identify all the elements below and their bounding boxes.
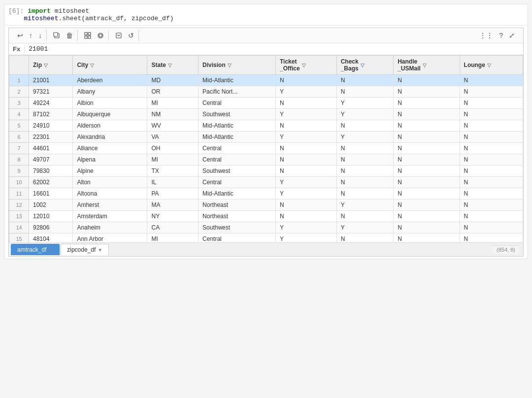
undo-button[interactable]: ↩	[15, 30, 26, 41]
cell-row_num[interactable]: 15	[9, 233, 29, 243]
cell-ticket_office[interactable]: N	[275, 154, 336, 166]
cell-division[interactable]: Central	[199, 98, 276, 109]
cell-lounge[interactable]: N	[460, 211, 523, 222]
cell-check_bags[interactable]: N	[336, 143, 393, 154]
cell-check_bags[interactable]: N	[336, 177, 393, 188]
cell-check_bags[interactable]: N	[336, 166, 393, 177]
refresh-button[interactable]: ↺	[126, 30, 136, 41]
cell-division[interactable]: Northeast	[199, 199, 276, 211]
cell-handle_usmail[interactable]: N	[394, 222, 460, 233]
tab-zipcode-df[interactable]: zipcode_df ▼	[61, 244, 109, 255]
cell-division[interactable]: Central	[199, 154, 276, 166]
cell-city[interactable]: Alton	[73, 177, 147, 188]
grid-button[interactable]: ⋮⋮	[477, 30, 496, 41]
cell-lounge[interactable]: N	[460, 98, 523, 109]
cell-lounge[interactable]: N	[460, 132, 523, 143]
cell-handle_usmail[interactable]: N	[394, 98, 460, 109]
col-header-state[interactable]: State ▽	[147, 56, 199, 75]
merge-button[interactable]	[95, 31, 106, 40]
table-row[interactable]: 487102AlbuquerqueNMSouthwestYYNN	[9, 109, 523, 120]
table-row[interactable]: 349224AlbionMICentralNYNN	[9, 98, 523, 109]
col-header-check-bags[interactable]: Check_Bags ▽	[336, 56, 393, 75]
cell-division[interactable]: Northeast	[199, 211, 276, 222]
cell-zip[interactable]: 22301	[29, 132, 73, 143]
cell-zip[interactable]: 21001	[29, 75, 73, 86]
copy-button[interactable]	[51, 31, 63, 40]
table-row[interactable]: 1062002AltonILCentralYNNN	[9, 177, 523, 188]
cell-state[interactable]: VA	[147, 132, 199, 143]
cell-lounge[interactable]: N	[460, 177, 523, 188]
cell-lounge[interactable]: N	[460, 154, 523, 166]
cell-zip[interactable]: 48104	[29, 233, 73, 243]
cell-row_num[interactable]: 12	[9, 199, 29, 211]
cell-zip[interactable]: 49224	[29, 98, 73, 109]
cell-city[interactable]: Altoona	[73, 188, 147, 199]
cell-state[interactable]: OH	[147, 143, 199, 154]
cell-state[interactable]: NY	[147, 211, 199, 222]
cell-row_num[interactable]: 1	[9, 75, 29, 86]
cell-ticket_office[interactable]: Y	[275, 132, 336, 143]
cell-city[interactable]: Albany	[73, 86, 147, 98]
cell-check_bags[interactable]: N	[336, 233, 393, 243]
cell-row_num[interactable]: 10	[9, 177, 29, 188]
table-row[interactable]: 744601AllianceOHCentralNNNN	[9, 143, 523, 154]
tab-amtrack-dropdown-icon[interactable]: ▼	[48, 247, 53, 253]
cell-lounge[interactable]: N	[460, 143, 523, 154]
cell-zip[interactable]: 16601	[29, 188, 73, 199]
cell-ticket_office[interactable]: N	[275, 120, 336, 132]
cell-city[interactable]: Alexandria	[73, 132, 147, 143]
cell-handle_usmail[interactable]: N	[394, 233, 460, 243]
cell-ticket_office[interactable]: N	[275, 98, 336, 109]
tab-amtrack-df[interactable]: amtrack_df ▼	[11, 244, 60, 255]
cell-row_num[interactable]: 5	[9, 120, 29, 132]
cell-division[interactable]: Central	[199, 177, 276, 188]
cell-handle_usmail[interactable]: N	[394, 132, 460, 143]
cell-state[interactable]: OR	[147, 86, 199, 98]
table-row[interactable]: 849707AlpenaMICentralNNNN	[9, 154, 523, 166]
cell-state[interactable]: CA	[147, 222, 199, 233]
cell-row_num[interactable]: 2	[9, 86, 29, 98]
up-button[interactable]: ↑	[27, 30, 35, 41]
cell-state[interactable]: NM	[147, 109, 199, 120]
export-button[interactable]	[113, 31, 125, 40]
cell-row_num[interactable]: 3	[9, 98, 29, 109]
cell-lounge[interactable]: N	[460, 166, 523, 177]
formula-input[interactable]	[29, 45, 519, 53]
cell-division[interactable]: Pacific Nort...	[199, 86, 276, 98]
filter-icon-handle-usmail[interactable]: ▽	[423, 63, 427, 68]
cell-state[interactable]: IL	[147, 177, 199, 188]
cell-division[interactable]: Southwest	[199, 166, 276, 177]
cell-ticket_office[interactable]: Y	[275, 109, 336, 120]
cell-check_bags[interactable]: N	[336, 188, 393, 199]
cell-division[interactable]: Central	[199, 143, 276, 154]
cell-row_num[interactable]: 11	[9, 188, 29, 199]
cell-ticket_office[interactable]: Y	[275, 177, 336, 188]
cell-city[interactable]: Amherst	[73, 199, 147, 211]
cell-city[interactable]: Alderson	[73, 120, 147, 132]
col-header-handle-usmail[interactable]: Handle_USMail ▽	[394, 56, 460, 75]
table-row[interactable]: 1312010AmsterdamNYNortheastNNNN	[9, 211, 523, 222]
cell-zip[interactable]: 97321	[29, 86, 73, 98]
cell-city[interactable]: Ann Arbor	[73, 233, 147, 243]
cell-zip[interactable]: 12010	[29, 211, 73, 222]
cell-handle_usmail[interactable]: N	[394, 86, 460, 98]
down-button[interactable]: ↓	[36, 30, 44, 41]
cell-city[interactable]: Aberdeen	[73, 75, 147, 86]
cell-zip[interactable]: 92806	[29, 222, 73, 233]
cell-check_bags[interactable]: N	[336, 154, 393, 166]
cell-city[interactable]: Alpine	[73, 166, 147, 177]
cell-state[interactable]: MA	[147, 199, 199, 211]
cell-city[interactable]: Anaheim	[73, 222, 147, 233]
cell-handle_usmail[interactable]: N	[394, 154, 460, 166]
cell-zip[interactable]: 87102	[29, 109, 73, 120]
cell-handle_usmail[interactable]: N	[394, 211, 460, 222]
cell-row_num[interactable]: 7	[9, 143, 29, 154]
cell-ticket_office[interactable]: N	[275, 211, 336, 222]
cell-division[interactable]: Southwest	[199, 109, 276, 120]
format-button[interactable]	[82, 31, 94, 40]
cell-state[interactable]: TX	[147, 166, 199, 177]
cell-row_num[interactable]: 6	[9, 132, 29, 143]
cell-state[interactable]: MI	[147, 154, 199, 166]
cell-check_bags[interactable]: N	[336, 75, 393, 86]
cell-city[interactable]: Amsterdam	[73, 211, 147, 222]
